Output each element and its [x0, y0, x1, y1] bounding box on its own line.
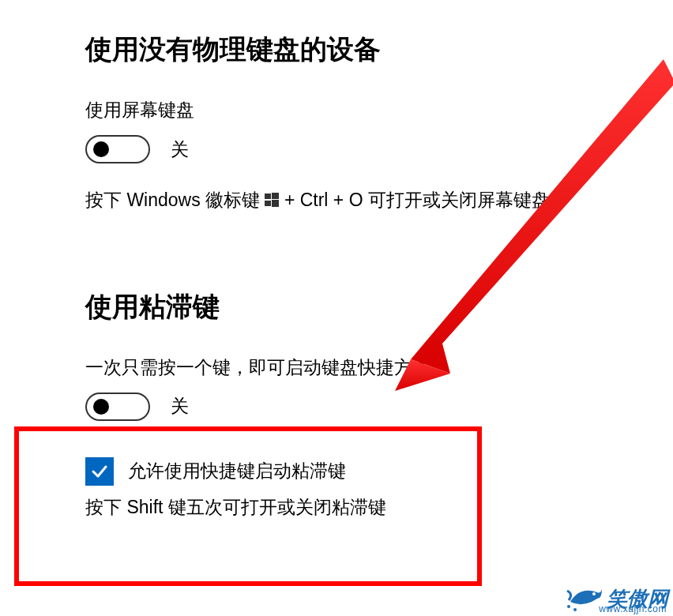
physical-keyboard-heading: 使用没有物理键盘的设备 — [85, 32, 673, 68]
sticky-keys-shortcut-checkbox[interactable] — [85, 457, 114, 486]
sticky-keys-toggle-row: 关 — [85, 393, 673, 421]
desc-prefix: 按下 Windows 徽标键 — [85, 190, 265, 210]
svg-rect-0 — [265, 193, 271, 199]
sticky-keys-heading: 使用粘滞键 — [85, 289, 673, 325]
sticky-keys-section: 使用粘滞键 一次只需按一个键，即可启动键盘快捷方式 关 允许使用快捷键启动粘滞键… — [85, 289, 673, 520]
svg-rect-2 — [265, 201, 271, 206]
sticky-keys-shortcut-label: 允许使用快捷键启动粘滞键 — [128, 459, 346, 483]
toggle-knob — [93, 141, 109, 157]
svg-point-7 — [567, 605, 570, 608]
watermark-fish-icon — [566, 578, 603, 613]
svg-rect-1 — [272, 193, 279, 199]
sticky-keys-toggle[interactable] — [85, 393, 150, 421]
sticky-keys-desc: 按下 Shift 键五次可打开或关闭粘滞键 — [85, 495, 673, 520]
screen-keyboard-toggle-state: 关 — [171, 137, 189, 162]
sticky-keys-toggle-state: 关 — [171, 394, 189, 419]
svg-point-8 — [573, 608, 577, 611]
screen-keyboard-desc: 按下 Windows 徽标键 + Ctrl + O 可打开或关闭屏幕键盘。 — [85, 186, 673, 215]
desc-suffix: + Ctrl + O 可打开或关闭屏幕键盘。 — [284, 190, 568, 210]
screen-keyboard-label: 使用屏幕键盘 — [85, 98, 673, 122]
toggle-knob — [93, 399, 109, 415]
watermark-url: www.xajjn.com — [599, 603, 667, 614]
svg-rect-3 — [272, 200, 279, 207]
sticky-keys-label: 一次只需按一个键，即可启动键盘快捷方式 — [85, 355, 673, 380]
windows-logo-icon — [265, 186, 279, 201]
screen-keyboard-toggle-row: 关 — [85, 135, 673, 163]
settings-page: 使用没有物理键盘的设备 使用屏幕键盘 关 按下 Windows 徽标键 + Ct… — [0, 0, 673, 616]
screen-keyboard-toggle[interactable] — [85, 135, 150, 163]
svg-point-6 — [592, 592, 596, 595]
sticky-keys-shortcut-row: 允许使用快捷键启动粘滞键 — [85, 457, 673, 486]
